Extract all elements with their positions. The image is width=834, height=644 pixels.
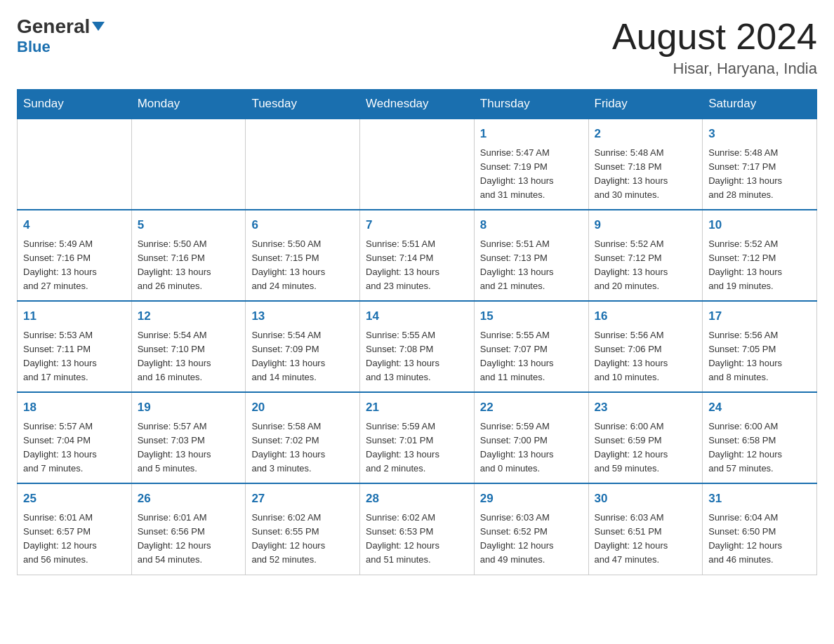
calendar-cell: 29Sunrise: 6:03 AM Sunset: 6:52 PM Dayli…	[474, 483, 588, 575]
day-number: 11	[23, 307, 126, 326]
day-number: 19	[138, 398, 240, 417]
calendar-cell: 8Sunrise: 5:51 AM Sunset: 7:13 PM Daylig…	[474, 210, 588, 301]
day-info: Sunrise: 6:01 AM Sunset: 6:57 PM Dayligh…	[23, 511, 126, 568]
day-number: 20	[251, 398, 354, 417]
day-info: Sunrise: 5:59 AM Sunset: 7:01 PM Dayligh…	[366, 420, 468, 476]
day-number: 10	[708, 216, 811, 234]
day-number: 16	[595, 307, 697, 326]
calendar-cell: 13Sunrise: 5:54 AM Sunset: 7:09 PM Dayli…	[246, 301, 360, 392]
logo: General Blue	[17, 17, 105, 56]
week-row-3: 11Sunrise: 5:53 AM Sunset: 7:11 PM Dayli…	[18, 301, 817, 392]
day-info: Sunrise: 5:48 AM Sunset: 7:17 PM Dayligh…	[708, 146, 811, 203]
calendar-cell: 4Sunrise: 5:49 AM Sunset: 7:16 PM Daylig…	[18, 210, 132, 301]
day-number: 14	[366, 307, 468, 326]
logo-blue: Blue	[17, 38, 51, 56]
weekday-header-row: SundayMondayTuesdayWednesdayThursdayFrid…	[18, 90, 817, 119]
day-number: 4	[23, 216, 126, 234]
calendar-cell: 19Sunrise: 5:57 AM Sunset: 7:03 PM Dayli…	[131, 392, 246, 483]
day-number: 8	[480, 216, 583, 234]
day-info: Sunrise: 5:55 AM Sunset: 7:07 PM Dayligh…	[480, 328, 583, 385]
day-number: 15	[480, 307, 583, 326]
calendar-cell: 21Sunrise: 5:59 AM Sunset: 7:01 PM Dayli…	[360, 392, 475, 483]
day-info: Sunrise: 5:56 AM Sunset: 7:05 PM Dayligh…	[708, 328, 811, 385]
calendar-cell: 10Sunrise: 5:52 AM Sunset: 7:12 PM Dayli…	[703, 210, 817, 301]
calendar-cell	[18, 119, 132, 210]
weekday-header-monday: Monday	[131, 90, 246, 119]
calendar-cell: 31Sunrise: 6:04 AM Sunset: 6:50 PM Dayli…	[703, 483, 817, 575]
day-number: 17	[708, 307, 811, 326]
day-info: Sunrise: 6:04 AM Sunset: 6:50 PM Dayligh…	[708, 511, 811, 568]
week-row-2: 4Sunrise: 5:49 AM Sunset: 7:16 PM Daylig…	[18, 210, 817, 301]
day-number: 22	[480, 398, 583, 417]
calendar-cell: 23Sunrise: 6:00 AM Sunset: 6:59 PM Dayli…	[588, 392, 703, 483]
day-info: Sunrise: 6:03 AM Sunset: 6:51 PM Dayligh…	[595, 511, 697, 568]
title-block: August 2024 Hisar, Haryana, India	[612, 17, 817, 78]
calendar-cell: 11Sunrise: 5:53 AM Sunset: 7:11 PM Dayli…	[18, 301, 132, 392]
calendar-table: SundayMondayTuesdayWednesdayThursdayFrid…	[17, 89, 817, 575]
day-info: Sunrise: 5:56 AM Sunset: 7:06 PM Dayligh…	[595, 328, 697, 385]
day-info: Sunrise: 5:50 AM Sunset: 7:15 PM Dayligh…	[251, 237, 354, 294]
calendar-cell: 20Sunrise: 5:58 AM Sunset: 7:02 PM Dayli…	[246, 392, 360, 483]
day-info: Sunrise: 5:47 AM Sunset: 7:19 PM Dayligh…	[480, 146, 583, 203]
day-number: 26	[138, 490, 240, 508]
day-info: Sunrise: 5:54 AM Sunset: 7:09 PM Dayligh…	[251, 328, 354, 385]
week-row-1: 1Sunrise: 5:47 AM Sunset: 7:19 PM Daylig…	[18, 119, 817, 210]
day-info: Sunrise: 5:59 AM Sunset: 7:00 PM Dayligh…	[480, 420, 583, 476]
weekday-header-sunday: Sunday	[18, 90, 132, 119]
day-number: 27	[251, 490, 354, 508]
calendar-cell: 28Sunrise: 6:02 AM Sunset: 6:53 PM Dayli…	[360, 483, 475, 575]
day-number: 13	[251, 307, 354, 326]
day-number: 25	[23, 490, 126, 508]
calendar-body: 1Sunrise: 5:47 AM Sunset: 7:19 PM Daylig…	[18, 119, 817, 575]
calendar-cell: 2Sunrise: 5:48 AM Sunset: 7:18 PM Daylig…	[588, 119, 703, 210]
day-number: 7	[366, 216, 468, 234]
calendar-cell: 6Sunrise: 5:50 AM Sunset: 7:15 PM Daylig…	[246, 210, 360, 301]
calendar-cell: 17Sunrise: 5:56 AM Sunset: 7:05 PM Dayli…	[703, 301, 817, 392]
weekday-header-tuesday: Tuesday	[246, 90, 360, 119]
day-number: 28	[366, 490, 468, 508]
day-number: 1	[480, 125, 583, 143]
weekday-header-saturday: Saturday	[703, 90, 817, 119]
day-number: 24	[708, 398, 811, 417]
page-header: General Blue August 2024 Hisar, Haryana,…	[17, 17, 817, 78]
calendar-cell: 14Sunrise: 5:55 AM Sunset: 7:08 PM Dayli…	[360, 301, 475, 392]
day-number: 3	[708, 125, 811, 143]
day-info: Sunrise: 6:00 AM Sunset: 6:58 PM Dayligh…	[708, 420, 811, 476]
day-info: Sunrise: 5:58 AM Sunset: 7:02 PM Dayligh…	[251, 420, 354, 476]
day-info: Sunrise: 5:48 AM Sunset: 7:18 PM Dayligh…	[595, 146, 697, 203]
calendar-cell: 25Sunrise: 6:01 AM Sunset: 6:57 PM Dayli…	[18, 483, 132, 575]
day-info: Sunrise: 5:53 AM Sunset: 7:11 PM Dayligh…	[23, 328, 126, 385]
weekday-header-thursday: Thursday	[474, 90, 588, 119]
day-number: 30	[595, 490, 697, 508]
calendar-cell	[246, 119, 360, 210]
day-info: Sunrise: 6:01 AM Sunset: 6:56 PM Dayligh…	[138, 511, 240, 568]
calendar-cell: 3Sunrise: 5:48 AM Sunset: 7:17 PM Daylig…	[703, 119, 817, 210]
weekday-header-friday: Friday	[588, 90, 703, 119]
day-number: 29	[480, 490, 583, 508]
day-info: Sunrise: 5:52 AM Sunset: 7:12 PM Dayligh…	[708, 237, 811, 294]
calendar-cell: 27Sunrise: 6:02 AM Sunset: 6:55 PM Dayli…	[246, 483, 360, 575]
calendar-cell	[131, 119, 246, 210]
calendar-header: SundayMondayTuesdayWednesdayThursdayFrid…	[18, 90, 817, 119]
day-info: Sunrise: 5:50 AM Sunset: 7:16 PM Dayligh…	[138, 237, 240, 294]
week-row-5: 25Sunrise: 6:01 AM Sunset: 6:57 PM Dayli…	[18, 483, 817, 575]
calendar-cell: 16Sunrise: 5:56 AM Sunset: 7:06 PM Dayli…	[588, 301, 703, 392]
calendar-cell	[360, 119, 475, 210]
month-year-title: August 2024	[612, 17, 817, 57]
calendar-cell: 22Sunrise: 5:59 AM Sunset: 7:00 PM Dayli…	[474, 392, 588, 483]
day-info: Sunrise: 6:02 AM Sunset: 6:55 PM Dayligh…	[251, 511, 354, 568]
logo-general: General	[17, 17, 105, 36]
calendar-cell: 18Sunrise: 5:57 AM Sunset: 7:04 PM Dayli…	[18, 392, 132, 483]
day-number: 9	[595, 216, 697, 234]
day-info: Sunrise: 6:02 AM Sunset: 6:53 PM Dayligh…	[366, 511, 468, 568]
calendar-cell: 26Sunrise: 6:01 AM Sunset: 6:56 PM Dayli…	[131, 483, 246, 575]
day-info: Sunrise: 5:57 AM Sunset: 7:04 PM Dayligh…	[23, 420, 126, 476]
calendar-cell: 24Sunrise: 6:00 AM Sunset: 6:58 PM Dayli…	[703, 392, 817, 483]
day-number: 21	[366, 398, 468, 417]
calendar-cell: 5Sunrise: 5:50 AM Sunset: 7:16 PM Daylig…	[131, 210, 246, 301]
calendar-cell: 12Sunrise: 5:54 AM Sunset: 7:10 PM Dayli…	[131, 301, 246, 392]
day-info: Sunrise: 5:57 AM Sunset: 7:03 PM Dayligh…	[138, 420, 240, 476]
day-info: Sunrise: 5:49 AM Sunset: 7:16 PM Dayligh…	[23, 237, 126, 294]
day-number: 12	[138, 307, 240, 326]
day-number: 6	[251, 216, 354, 234]
